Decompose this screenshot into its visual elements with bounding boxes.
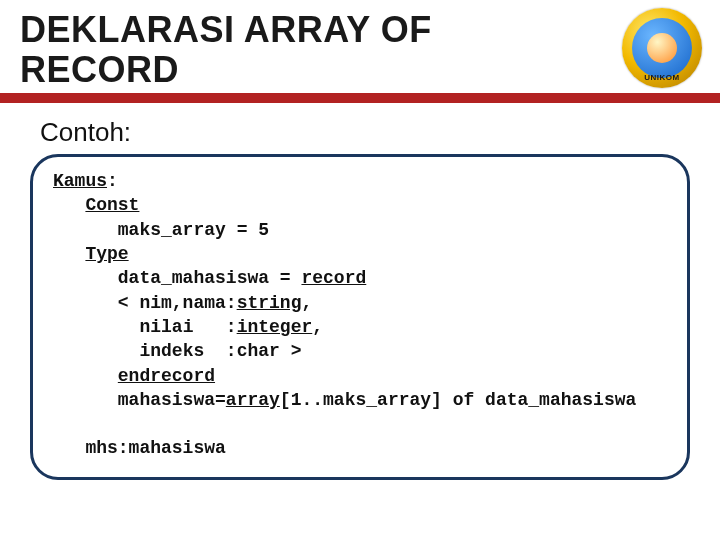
kw-type: Type: [85, 244, 128, 264]
kw-const: Const: [85, 195, 139, 215]
slide-title: DEKLARASI ARRAY OFRECORD: [20, 10, 700, 89]
line-mhs: mhs:mahasiswa: [85, 438, 225, 458]
kw-string: string: [237, 293, 302, 313]
kw-integer: integer: [237, 317, 313, 337]
kw-endrecord: endrecord: [118, 366, 215, 386]
kw-kamus: Kamus: [53, 171, 107, 191]
accent-bar: [0, 93, 720, 103]
code-box: Kamus: Const maks_array = 5 Type data_ma…: [30, 154, 690, 480]
kw-record: record: [301, 268, 366, 288]
line-maks: maks_array = 5: [118, 220, 269, 240]
subtitle: Contoh:: [40, 117, 720, 148]
kw-array: array: [226, 390, 280, 410]
title-area: DEKLARASI ARRAY OFRECORD: [0, 0, 720, 89]
slide: UNIKOM DEKLARASI ARRAY OFRECORD Contoh: …: [0, 0, 720, 540]
